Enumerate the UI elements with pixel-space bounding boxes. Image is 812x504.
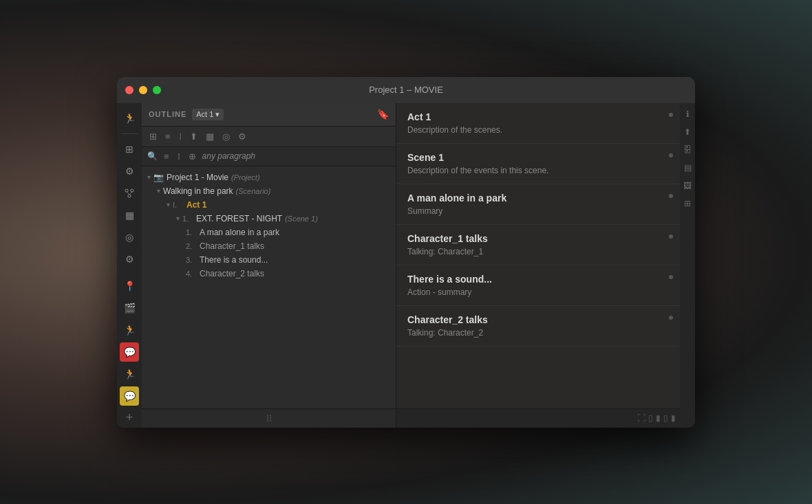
gear2-icon[interactable]: ⚙ <box>236 130 248 143</box>
card-man-alone[interactable]: A man alone in a park Summary <box>396 184 680 225</box>
columns-icon[interactable]: ⁞ <box>177 130 184 143</box>
scenario-label: Walking in the park <box>163 186 233 196</box>
tree-item-scenario[interactable]: ▾ Walking in the park (Scenario) <box>142 184 396 198</box>
add-section-button[interactable]: + <box>120 408 139 428</box>
card-char1[interactable]: Character_1 talks Talking: Character_1 <box>396 225 680 265</box>
settings-icon[interactable]: ⚙ <box>120 250 139 269</box>
beat3-label: There is a sound... <box>200 255 268 265</box>
sort-icon[interactable]: ≡ <box>163 130 173 143</box>
hierarchy-icon[interactable]: ⊞ <box>147 130 159 143</box>
left-icon-sidebar: 🏃 ⊞ ⚙ ▦ ◎ ⚙ 📍 🎬 🏃 💬 🏃 💬 + <box>117 103 142 428</box>
card-subtitle-sound: Action - summary <box>407 287 669 297</box>
card-title-man-alone: A man alone in a park <box>407 193 669 204</box>
svg-line-4 <box>129 192 132 195</box>
chat-red-icon[interactable]: 💬 <box>120 342 139 362</box>
card-act1[interactable]: Act 1 Description of the scenes. <box>396 103 680 144</box>
card-title-char1: Character_1 talks <box>407 233 669 244</box>
run-icon[interactable]: 🏃 <box>120 109 139 128</box>
scene1-label: EXT. FOREST - NIGHT <box>196 214 282 223</box>
expand-icon[interactable]: ⛶ <box>637 413 645 423</box>
card-scene1[interactable]: Scene 1 Description of the events in thi… <box>396 144 680 184</box>
layout1-icon[interactable]: ▯ <box>648 413 653 423</box>
bookmark-icon[interactable]: 🔖 <box>377 109 389 120</box>
share-icon[interactable]: ⬆ <box>188 130 200 143</box>
grid-icon[interactable]: ▦ <box>120 206 139 225</box>
adjust-icon[interactable]: ⚙ <box>120 162 139 181</box>
layout2-icon[interactable]: ▮ <box>656 413 661 423</box>
card-dot-man-alone <box>669 194 673 198</box>
list-view-icon[interactable]: ≡ <box>162 150 171 163</box>
card-subtitle-char1: Talking: Character_1 <box>407 247 669 256</box>
minimize-button[interactable] <box>139 86 147 94</box>
eye2-icon[interactable]: ◎ <box>220 130 232 143</box>
close-button[interactable] <box>125 86 133 94</box>
card-dot-char1 <box>669 234 673 239</box>
location-icon[interactable]: 📍 <box>120 276 139 296</box>
tree-item-project[interactable]: ▾ 📷 Project 1 - Movie (Project) <box>142 171 396 184</box>
outline-header: OUTLINE Act 1 ▾ 🔖 <box>142 103 396 127</box>
layout3-icon[interactable]: ▯ <box>663 413 668 423</box>
chat-yellow-icon[interactable]: 💬 <box>120 386 139 406</box>
film-icon[interactable]: 🎬 <box>120 298 139 318</box>
eye-icon[interactable]: ◎ <box>120 228 139 247</box>
card-char2[interactable]: Character_2 talks Talking: Character_2 <box>396 306 680 347</box>
traffic-lights <box>125 86 161 94</box>
outline-act-selector[interactable]: Act 1 ▾ <box>192 109 224 120</box>
database-icon[interactable]: 🗄 <box>681 143 694 157</box>
card-title-scene1: Scene 1 <box>407 152 669 163</box>
tree-item-act1[interactable]: ▾ I. Act 1 <box>142 198 396 212</box>
beat1-label: A man alone in a park <box>200 228 279 237</box>
search-icon: 🔍 <box>147 151 158 161</box>
branch-icon[interactable] <box>120 184 139 203</box>
run2-icon[interactable]: 🏃 <box>120 320 139 340</box>
chevron-scene1: ▾ <box>176 215 180 222</box>
tree-item-beat1[interactable]: 1. A man alone in a park <box>142 226 396 239</box>
card-subtitle-man-alone: Summary <box>407 206 669 216</box>
filter-icon[interactable]: ⊕ <box>186 150 198 163</box>
outline-footer: ⁞⁞ <box>142 408 396 428</box>
app-window: Project 1 – MOVIE 🏃 ⊞ ⚙ ▦ ◎ ⚙ 📍 🎬 🏃 💬 🏃 … <box>117 77 695 428</box>
tree-item-beat4[interactable]: 4. Character_2 talks <box>142 267 396 281</box>
grid-right-icon[interactable]: ⊞ <box>682 197 693 210</box>
scenario-tag: (Scenario) <box>236 187 271 195</box>
info-icon[interactable]: ℹ <box>684 107 692 121</box>
right-footer: ⛶ ▯ ▮ ▯ ▮ <box>396 408 680 428</box>
view2-icon[interactable]: ▦ <box>204 130 216 143</box>
act1-label: Act 1 <box>186 200 206 210</box>
doc-icon[interactable]: ▤ <box>682 161 694 175</box>
beat2-num: 2. <box>186 242 197 250</box>
card-subtitle-act1: Description of the scenes. <box>407 125 669 135</box>
card-subtitle-char2: Talking: Character_2 <box>407 328 669 338</box>
scene1-num: 1. <box>182 215 193 223</box>
scene1-tag: (Scene 1) <box>285 215 318 223</box>
project-label: Project 1 - Movie <box>167 173 228 182</box>
svg-point-1 <box>131 189 133 192</box>
camera-icon: 📷 <box>153 173 164 182</box>
search-input[interactable]: any paragraph <box>202 151 390 161</box>
beat4-num: 4. <box>186 270 197 278</box>
tree-item-beat3[interactable]: 3. There is a sound... <box>142 253 396 267</box>
tree-item-beat2[interactable]: 2. Character_1 talks <box>142 239 396 253</box>
maximize-button[interactable] <box>153 86 161 94</box>
indent-icon[interactable]: ⁞ <box>175 150 182 163</box>
beat4-label: Character_2 talks <box>200 269 264 278</box>
svg-point-2 <box>128 195 131 197</box>
run3-icon[interactable]: 🏃 <box>120 364 139 384</box>
tree-item-scene1[interactable]: ▾ 1. EXT. FOREST - NIGHT (Scene 1) <box>142 212 396 226</box>
card-title-sound: There is a sound... <box>407 274 669 285</box>
card-title-act1: Act 1 <box>407 111 669 122</box>
outline-toolbar: ⊞ ≡ ⁞ ⬆ ▦ ◎ ⚙ <box>142 127 396 147</box>
tree-icon[interactable]: ⊞ <box>120 140 139 159</box>
image-icon[interactable]: 🖼 <box>681 179 694 193</box>
layout4-icon[interactable]: ▮ <box>671 413 676 423</box>
right-icon-bar: ℹ ⬆ 🗄 ▤ 🖼 ⊞ <box>680 103 695 428</box>
card-dot-sound <box>669 275 673 279</box>
right-panel: Act 1 Description of the scenes. Scene 1… <box>396 103 695 428</box>
share-right-icon[interactable]: ⬆ <box>682 125 693 139</box>
chevron-scenario: ▾ <box>157 187 160 195</box>
project-tag: (Project) <box>231 173 260 182</box>
card-dot-act1 <box>669 113 673 117</box>
resize-handle-icon: ⁞⁞ <box>266 413 272 424</box>
card-sound[interactable]: There is a sound... Action - summary <box>396 265 680 306</box>
card-title-char2: Character_2 talks <box>407 314 669 325</box>
